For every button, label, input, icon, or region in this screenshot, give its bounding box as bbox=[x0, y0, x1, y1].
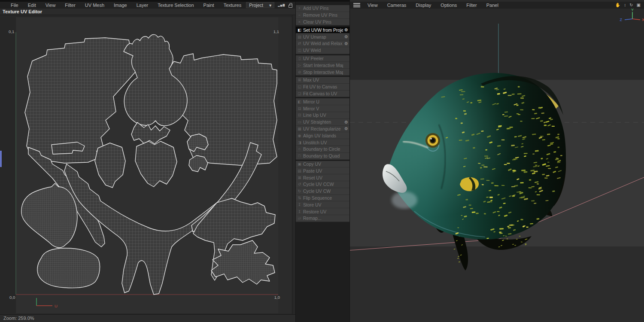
command-label: UV Peeler bbox=[303, 56, 343, 61]
uv-command-boundary-to-circle[interactable]: ○Boundary to Circle bbox=[296, 146, 349, 153]
command-label: Flip Sequence bbox=[303, 195, 343, 200]
uv-command-uv-weld[interactable]: ◫UV Weld bbox=[296, 47, 349, 54]
uv-command-clear-uv-pins[interactable]: ×Clear UV Pins bbox=[296, 19, 349, 26]
vp-menu-options[interactable]: Options bbox=[436, 3, 462, 8]
uv-command-uv-peeler[interactable]: ▯UV Peeler bbox=[296, 55, 349, 62]
uv-command-set-uvw-from-projection[interactable]: ◧Set UVW from Projection⚙ bbox=[296, 27, 349, 33]
uv-command-unstitch-uv[interactable]: ◨Unstitch UV bbox=[296, 139, 349, 146]
gear-icon[interactable]: ⚙ bbox=[343, 34, 349, 39]
uv-command-reset-uv[interactable]: ⊠Reset UV bbox=[296, 174, 349, 181]
command-icon: ▣ bbox=[296, 162, 303, 166]
command-icon: ⇄ bbox=[296, 41, 303, 46]
uv-canvas[interactable]: 0,1 1,1 0,0 1,0 U bbox=[0, 15, 295, 314]
command-icon: ⊠ bbox=[296, 176, 303, 180]
command-label: UV Rectangularize bbox=[303, 126, 343, 131]
orbit-rotate-icon[interactable]: ↻ bbox=[629, 2, 633, 8]
command-icon: ⇅ bbox=[296, 196, 303, 200]
command-label: Mirror U bbox=[303, 99, 343, 104]
uv-command-remove-uv-pins[interactable]: −Remove UV Pins bbox=[296, 12, 349, 19]
uv-island-rounded-square[interactable] bbox=[37, 248, 100, 288]
uv-command-uv-weld-and-relax[interactable]: ⇄UV Weld and Relax⚙ bbox=[296, 40, 349, 47]
command-icon: − bbox=[296, 13, 303, 17]
menu-filter[interactable]: Filter bbox=[60, 3, 80, 8]
lock-icon[interactable] bbox=[289, 5, 292, 8]
zoom-level: Zoom: 259.0% bbox=[3, 316, 34, 321]
command-icon: ▦ bbox=[296, 127, 303, 131]
hand-pan-icon[interactable]: ✋ bbox=[615, 2, 620, 8]
uv-command-paste-uv[interactable]: ▤Paste UV bbox=[296, 167, 349, 174]
dolly-zoom-icon[interactable]: ↕ bbox=[624, 2, 626, 8]
viewport-panel: ViewCamerasDisplayOptionsFilterPanel ✋ ↕… bbox=[350, 0, 644, 322]
uv-command-max-uv[interactable]: ⊞Max UV bbox=[296, 77, 349, 84]
uv-command-mirror-u[interactable]: ◧Mirror U bbox=[296, 98, 349, 105]
command-label: Cycle UV CW bbox=[303, 188, 343, 194]
uv-command-fit-canvas-to-uv[interactable]: ◲Fit Canvas to UV bbox=[296, 91, 349, 97]
menu-textures[interactable]: Textures bbox=[219, 3, 246, 8]
uv-command-fit-uv-to-canvas[interactable]: ◱Fit UV to Canvas bbox=[296, 84, 349, 91]
command-label: Remap... bbox=[303, 216, 343, 221]
command-label: Remove UV Pins bbox=[303, 12, 343, 18]
uv-command-mirror-v[interactable]: ⊟Mirror V bbox=[296, 105, 349, 112]
vp-menu-display[interactable]: Display bbox=[411, 3, 436, 8]
command-label: Restore UV bbox=[303, 209, 343, 214]
command-label: Boundary to Quad bbox=[303, 153, 343, 158]
command-label: Paste UV bbox=[303, 168, 343, 173]
command-label: Reset UV bbox=[303, 175, 343, 180]
menu-layer[interactable]: Layer bbox=[132, 3, 153, 8]
uv-command-store-uv[interactable]: ↧Store UV bbox=[296, 201, 349, 208]
uv-command-uv-straighten[interactable]: ▭UV Straighten⚙ bbox=[296, 119, 349, 126]
command-icon: ⊡ bbox=[296, 113, 303, 117]
menu-uv-mesh[interactable]: UV Mesh bbox=[80, 3, 109, 8]
application-window: FileEditViewFilterUV MeshImageLayerTextu… bbox=[0, 0, 644, 322]
uv-command-uv-rectangularize[interactable]: ▦UV Rectangularize⚙ bbox=[296, 126, 349, 133]
viewport-bg-top bbox=[350, 9, 644, 80]
uv-command-start-interactive-mapping[interactable]: ▷Start Interactive Mapping bbox=[296, 62, 349, 69]
texture-uv-editor-panel: FileEditViewFilterUV MeshImageLayerTextu… bbox=[0, 2, 295, 322]
uv-command-stop-interactive-mapping[interactable]: ⊘Stop Interactive Mapping bbox=[296, 69, 349, 76]
command-icon: + bbox=[296, 6, 303, 10]
uv-command-flip-sequence[interactable]: ⇅Flip Sequence bbox=[296, 195, 349, 202]
vp-menu-filter[interactable]: Filter bbox=[462, 3, 481, 8]
vp-menu-panel[interactable]: Panel bbox=[482, 3, 503, 8]
uv-command-add-uv-pins[interactable]: +Add UV Pins bbox=[296, 5, 349, 12]
uv-command-restore-uv[interactable]: ↥Restore UV bbox=[296, 208, 349, 215]
uv-command-align-uv-islands[interactable]: ◉Align UV Islands bbox=[296, 132, 349, 139]
histogram-icon[interactable]: ▂▅▇ bbox=[278, 2, 285, 8]
command-label: Mirror V bbox=[303, 106, 343, 111]
uv-command-copy-uv[interactable]: ▣Copy UV bbox=[296, 161, 349, 168]
hamburger-icon[interactable] bbox=[353, 3, 360, 7]
uv-command-remap[interactable]: ▱Remap... bbox=[296, 215, 349, 222]
menu-view[interactable]: View bbox=[41, 3, 61, 8]
uv-label-10: 1,0 bbox=[274, 295, 280, 300]
uv-command-uv-unwrap[interactable]: ▤UV Unwrap⚙ bbox=[296, 33, 349, 40]
vp-menu-view[interactable]: View bbox=[363, 3, 383, 8]
gear-icon[interactable]: ⚙ bbox=[343, 126, 349, 131]
maximize-view-icon[interactable]: ▣ bbox=[637, 2, 641, 8]
command-label: Max UV bbox=[303, 77, 343, 82]
command-icon: ◱ bbox=[296, 85, 303, 89]
project-dropdown[interactable]: Project ▾ bbox=[246, 2, 274, 8]
menu-paint[interactable]: Paint bbox=[199, 3, 219, 8]
vp-menu-cameras[interactable]: Cameras bbox=[383, 3, 411, 8]
viewport-3d[interactable]: Y Z X bbox=[350, 9, 644, 322]
chevron-down-icon: ▾ bbox=[269, 3, 271, 8]
menu-image[interactable]: Image bbox=[109, 3, 132, 8]
uv-command-boundary-to-quad[interactable]: □Boundary to Quad bbox=[296, 153, 349, 160]
uv-command-group: ▣Copy UV▤Paste UV⊠Reset UV↺Cycle UV CCW↻… bbox=[296, 161, 349, 222]
uv-command-line-up-uv[interactable]: ⊡Line Up UV bbox=[296, 112, 349, 119]
uv-command-group: ▯UV Peeler▷Start Interactive Mapping⊘Sto… bbox=[296, 55, 349, 76]
menu-texture-selection[interactable]: Texture Selection bbox=[153, 3, 198, 8]
command-icon: ⊘ bbox=[296, 70, 303, 74]
command-icon: ⊟ bbox=[296, 106, 303, 111]
command-label: Add UV Pins bbox=[303, 6, 343, 11]
gear-icon[interactable]: ⚙ bbox=[343, 120, 349, 125]
menu-edit[interactable]: Edit bbox=[23, 3, 41, 8]
viewport-menu-items: ViewCamerasDisplayOptionsFilterPanel bbox=[363, 3, 503, 8]
menu-file[interactable]: File bbox=[6, 3, 23, 8]
command-icon: ▱ bbox=[296, 216, 303, 220]
gear-icon[interactable]: ⚙ bbox=[343, 27, 349, 32]
uv-command-cycle-uv-ccw[interactable]: ↺Cycle UV CCW bbox=[296, 181, 349, 188]
gear-icon[interactable]: ⚙ bbox=[343, 41, 349, 46]
uv-command-cycle-uv-cw[interactable]: ↻Cycle UV CW bbox=[296, 188, 349, 195]
panel-title: Texture UV Editor bbox=[0, 9, 295, 15]
